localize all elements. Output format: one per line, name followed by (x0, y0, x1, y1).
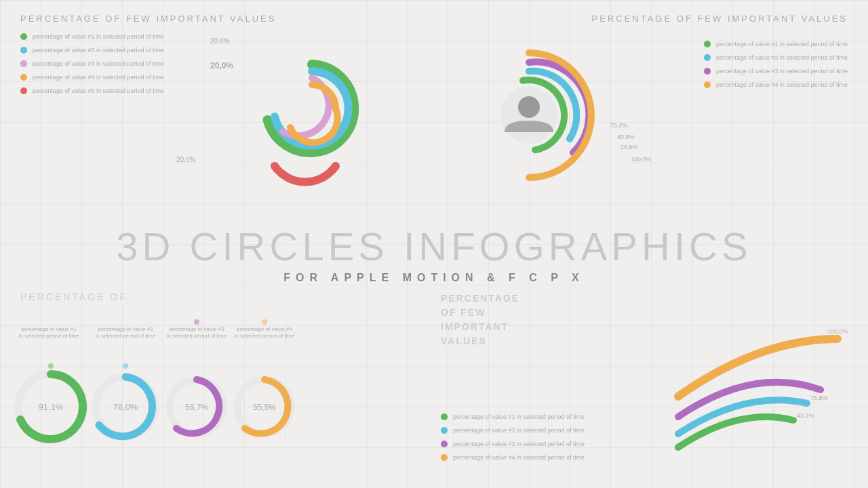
tr-pct-1: 75,2% (610, 122, 628, 129)
svg-text:91,1%: 91,1% (39, 402, 64, 412)
tr-label-4: percentage of value #4 in selected perio… (716, 81, 848, 88)
br-dot-3 (441, 441, 448, 447)
tr-legend-1: percentage of value #1 in selected perio… (704, 41, 848, 47)
legend-label-5: percentage of value #5 in selected perio… (33, 87, 164, 94)
legend-label-2: percentage of value #2 in selected perio… (33, 47, 164, 54)
tr-legend-3: percentage of value #3 in selected perio… (704, 68, 848, 75)
donut-chart-tl (258, 54, 366, 192)
svg-text:percentage of value #2: percentage of value #2 (98, 326, 153, 332)
svg-text:58,7%: 58,7% (185, 403, 208, 412)
top-right-title: PERCENTAGE OF FEW IMPORTANT VALUES (454, 14, 848, 24)
legend-label-1: percentage of value #1 in selected perio… (33, 33, 164, 40)
br-label-3: percentage of value #3 in selected perio… (453, 441, 585, 447)
svg-text:43,1%: 43,1% (797, 412, 814, 419)
dot-4 (20, 74, 27, 81)
panel-top-left: PERCENTAGE OF FEW IMPORTANT VALUES perce… (0, 0, 393, 210)
main-title: 3D CIRCLES INFOGRAPHICS (116, 224, 751, 269)
br-title-2: OF FEW (441, 306, 519, 320)
top-left-title: PERCENTAGE OF FEW IMPORTANT VALUES (20, 14, 373, 24)
svg-text:in selected period of time: in selected period of time (96, 333, 156, 339)
tr-dot-1 (704, 41, 711, 47)
panel-bottom-left: PERCENTAGE OF... percentage of value #1 … (0, 278, 420, 488)
panel-bottom-right: PERCENTAGE OF FEW IMPORTANT VALUES perce… (434, 278, 868, 488)
tr-dot-2 (704, 54, 711, 61)
svg-text:in selected period of time: in selected period of time (167, 333, 227, 339)
legend-label-4: percentage of value #4 in selected perio… (33, 74, 164, 81)
svg-text:55,5%: 55,5% (253, 403, 276, 412)
svg-text:percentage of value #3: percentage of value #3 (169, 326, 224, 332)
legend-right: percentage of value #1 in selected perio… (704, 41, 848, 95)
br-legend-1: percentage of value #1 in selected perio… (441, 413, 585, 420)
svg-text:75,8%: 75,8% (810, 394, 828, 401)
legend-item-1: percentage of value #1 in selected perio… (20, 33, 373, 40)
bl-title: PERCENTAGE OF... (20, 291, 400, 302)
svg-text:percentage of value #1: percentage of value #1 (21, 326, 77, 332)
dot-5 (20, 87, 27, 94)
tr-legend-4: percentage of value #4 in selected perio… (704, 81, 848, 88)
svg-point-18 (194, 319, 199, 325)
tr-label-2: percentage of value #2 in selected perio… (716, 54, 848, 61)
val-label-5: 20,0% (176, 156, 195, 163)
tr-dot-4 (704, 81, 711, 88)
tr-dot-3 (704, 68, 711, 75)
tr-legend-2: percentage of value #2 in selected perio… (704, 54, 848, 61)
br-arc-chart: 43,1% 75,8% 100,0% (658, 285, 861, 481)
bl-donuts: percentage of value #1 in selected perio… (7, 312, 400, 474)
panel-top-right: PERCENTAGE OF FEW IMPORTANT VALUES 75,2%… (434, 0, 868, 210)
tr-label-3: percentage of value #3 in selected perio… (716, 68, 848, 75)
svg-point-19 (262, 319, 267, 325)
dot-2 (20, 47, 27, 54)
br-legend-2: percentage of value #2 in selected perio… (441, 427, 585, 434)
val-label-2: 20,0% (210, 61, 233, 70)
br-title-3: IMPORTANT (441, 320, 519, 334)
val-label-1: 20,0% (210, 37, 229, 45)
br-label-4: percentage of value #4 in selected perio… (453, 454, 585, 461)
br-label-2: percentage of value #2 in selected perio… (453, 427, 585, 434)
svg-text:in selected period of time: in selected period of time (235, 333, 295, 339)
tr-pct-2: 40,8% (617, 134, 635, 140)
br-dot-4 (441, 454, 448, 461)
svg-point-20 (48, 363, 54, 369)
tr-label-1: percentage of value #1 in selected perio… (716, 41, 848, 47)
tr-pct-3: 28,6% (620, 144, 638, 150)
br-title-1: PERCENTAGE (441, 291, 519, 306)
svg-point-1 (518, 96, 540, 118)
svg-text:100,0%: 100,0% (827, 328, 848, 335)
svg-text:78,0%: 78,0% (113, 402, 138, 412)
svg-point-21 (123, 363, 128, 369)
svg-text:percentage of value #4: percentage of value #4 (237, 326, 292, 332)
arc-chart-tr: 75,2% 40,8% 28,6% 100,0% (475, 34, 692, 197)
sub-title: FOR APPLE MOTION & F C P X (116, 272, 751, 284)
br-legend-3: percentage of value #3 in selected perio… (441, 441, 585, 447)
dot-3 (20, 60, 27, 67)
br-title-block: PERCENTAGE OF FEW IMPORTANT VALUES (441, 291, 519, 348)
main-title-block: 3D CIRCLES INFOGRAPHICS FOR APPLE MOTION… (116, 224, 751, 284)
br-dot-2 (441, 427, 448, 434)
tr-pct-4: 100,0% (631, 156, 652, 163)
br-title-4: VALUES (441, 334, 519, 348)
br-label-1: percentage of value #1 in selected perio… (453, 413, 585, 420)
svg-text:in selected period of time: in selected period of time (19, 333, 79, 339)
dot-1 (20, 33, 27, 40)
br-dot-1 (441, 413, 448, 420)
legend-label-3: percentage of value #3 in selected perio… (33, 60, 164, 67)
br-legend: percentage of value #1 in selected perio… (441, 413, 585, 468)
br-legend-4: percentage of value #4 in selected perio… (441, 454, 585, 461)
legend-item-2: percentage of value #2 in selected perio… (20, 47, 373, 54)
